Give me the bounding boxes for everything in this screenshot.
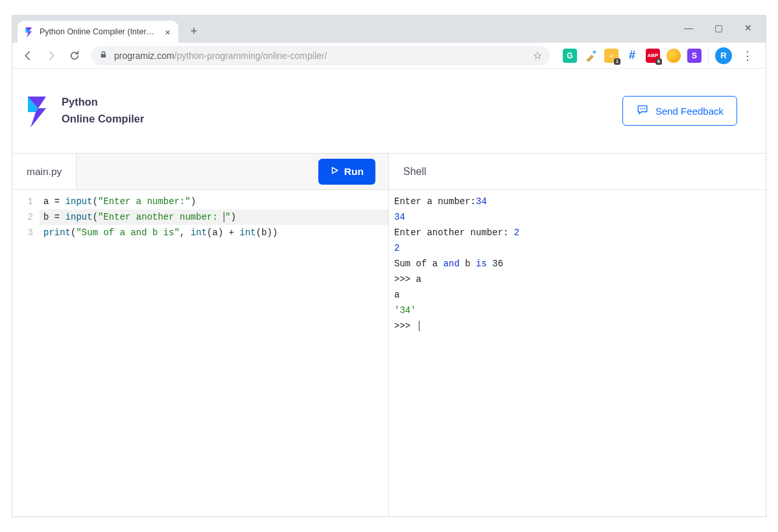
extension-notes-icon[interactable]: ≡ 1 — [604, 49, 619, 63]
address-bar[interactable]: programiz.com/python-programming/online-… — [91, 46, 550, 65]
svg-point-2 — [641, 108, 642, 110]
editor-pane: main.py Run 1 2 3 — [12, 154, 389, 516]
code-line[interactable]: a = input("Enter a number:") — [40, 194, 388, 209]
url-text: programiz.com/python-programming/online-… — [114, 51, 526, 61]
extension-color-picker-icon[interactable] — [584, 49, 598, 63]
page-header: Python Online Compiler Send Feedback — [12, 69, 766, 153]
browser-menu-icon[interactable]: ⋮ — [738, 49, 757, 63]
shell-pane: Shell Enter a number:34 34 Enter another… — [389, 154, 766, 516]
tab-favicon — [24, 27, 34, 37]
brand-logo-icon — [24, 95, 53, 126]
shell-prompt[interactable]: >>> — [394, 318, 760, 334]
toolbar: programiz.com/python-programming/online-… — [12, 43, 766, 69]
shell-line: a — [394, 287, 760, 303]
brand-line1: Python — [62, 94, 144, 111]
shell-pane-header: Shell — [389, 154, 766, 190]
brand: Python Online Compiler — [24, 94, 144, 127]
tab-close-icon[interactable]: × — [163, 27, 172, 38]
browser-window: Python Online Compiler (Interpreter) × +… — [12, 15, 766, 517]
code-line[interactable]: print("Sum of a and b is", int(a) + int(… — [40, 225, 388, 240]
shell-line: Enter a number:34 — [394, 194, 760, 209]
extension-sphere-icon[interactable] — [666, 49, 681, 63]
svg-point-3 — [642, 108, 644, 110]
run-label: Run — [344, 166, 364, 178]
forward-button[interactable] — [41, 45, 62, 66]
shell-line: >>> a — [394, 272, 760, 287]
window-minimize-button[interactable]: — — [674, 16, 703, 40]
svg-rect-0 — [101, 54, 106, 57]
new-tab-button[interactable]: + — [185, 22, 203, 40]
editor-pane-header: main.py Run — [12, 154, 388, 190]
brand-line2: Online Compiler — [62, 111, 144, 128]
extension-s-icon[interactable]: S — [687, 49, 701, 63]
back-button[interactable] — [18, 45, 38, 66]
shell-line: Enter another number: 2 — [394, 225, 760, 240]
code-editor[interactable]: 1 2 3 a = input("Enter a number:") b = i… — [12, 190, 388, 240]
shell-cursor — [419, 321, 419, 331]
code-area[interactable]: a = input("Enter a number:") b = input("… — [40, 190, 388, 240]
extension-abp-badge: 6 — [655, 58, 662, 65]
shell-title: Shell — [389, 166, 441, 178]
window-controls: — ▢ ✕ — [674, 16, 763, 40]
shell-line: Sum of a and b is 36 — [394, 256, 760, 272]
page-content: Python Online Compiler Send Feedback mai… — [12, 69, 766, 516]
editor-cursor — [224, 212, 224, 222]
brand-text: Python Online Compiler — [62, 94, 144, 127]
window-close-button[interactable]: ✕ — [733, 16, 763, 40]
bookmark-star-icon[interactable]: ☆ — [533, 49, 542, 62]
tab-title: Python Online Compiler (Interpreter) — [40, 27, 158, 36]
extension-grammarly-icon[interactable]: G — [563, 49, 577, 63]
lock-icon — [99, 51, 108, 61]
extension-abp-icon[interactable]: ABP 6 — [646, 49, 660, 63]
toolbar-separator — [708, 49, 709, 63]
send-feedback-label: Send Feedback — [655, 106, 724, 117]
workspace: main.py Run 1 2 3 — [12, 153, 766, 516]
code-line[interactable]: b = input("Enter another number: ") — [40, 209, 388, 225]
play-icon — [330, 166, 339, 178]
extension-grid-icon[interactable]: # — [625, 49, 639, 63]
send-feedback-button[interactable]: Send Feedback — [622, 96, 737, 126]
chat-icon — [636, 104, 649, 119]
file-tab[interactable]: main.py — [12, 154, 77, 189]
line-number-gutter: 1 2 3 — [12, 190, 40, 240]
reload-button[interactable] — [64, 45, 85, 66]
browser-tab[interactable]: Python Online Compiler (Interpreter) × — [18, 21, 178, 43]
shell-line: 34 — [394, 209, 760, 225]
extension-notes-badge: 1 — [614, 58, 620, 65]
svg-point-1 — [593, 50, 596, 53]
run-button[interactable]: Run — [318, 159, 375, 185]
shell-line: '34' — [394, 303, 760, 318]
svg-point-4 — [644, 108, 645, 110]
extensions-row: G ≡ 1 # ABP 6 S R ⋮ — [556, 47, 760, 64]
profile-avatar[interactable]: R — [715, 47, 732, 64]
shell-line: 2 — [394, 240, 760, 256]
shell-output[interactable]: Enter a number:34 34 Enter another numbe… — [389, 190, 766, 338]
titlebar: Python Online Compiler (Interpreter) × +… — [12, 16, 766, 43]
window-maximize-button[interactable]: ▢ — [703, 16, 733, 40]
